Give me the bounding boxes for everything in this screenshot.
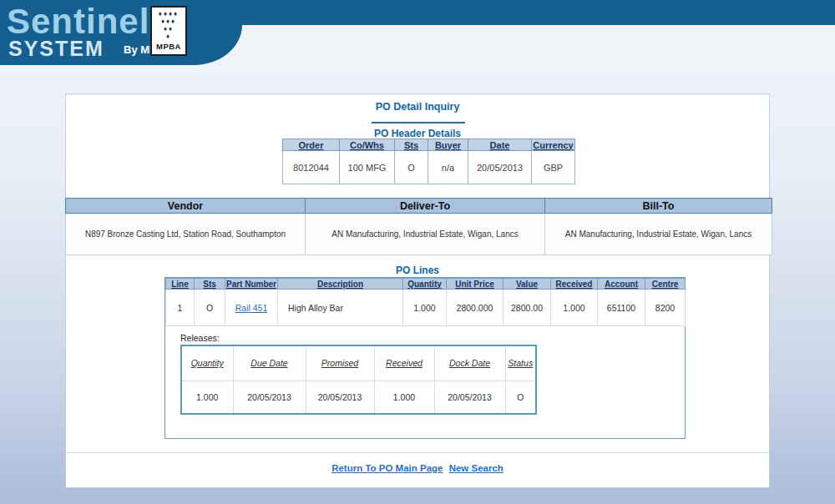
diamond-row: ♦♦♦♦ — [152, 10, 185, 18]
co-whs-value: 100 MFG — [340, 151, 395, 184]
line-quantity: 1.000 — [403, 290, 447, 326]
release-due-date: 20/05/2013 — [233, 381, 306, 414]
banner-curve — [194, 25, 242, 65]
title-divider — [372, 122, 465, 123]
col-due-date[interactable]: Due Date — [233, 345, 306, 381]
release-dock-date: 20/05/2013 — [434, 381, 505, 414]
deliver-to-address: AN Manufacturing, Industrial Estate, Wig… — [306, 214, 545, 255]
logo-block: Sentinel SYSTEM By MPBA ♦♦♦♦ ♦♦♦ ♦♦ ♦ MP… — [0, 0, 194, 65]
po-lines-table: Line Sts Part Number Description Quantit… — [165, 278, 686, 326]
addresses-table: Vendor Deliver-To Bill-To N897 Bronze Ca… — [65, 198, 772, 255]
col-promised[interactable]: Promised — [306, 345, 374, 381]
po-lines-columns-row: Line Sts Part Number Description Quantit… — [166, 279, 686, 290]
part-number-cell: Rail 451 — [225, 290, 278, 326]
line-unit-price: 2800.000 — [447, 290, 504, 326]
line-value: 2800.00 — [504, 290, 551, 326]
po-lines-panel: Line Sts Part Number Description Quantit… — [164, 277, 686, 439]
releases-table: Quantity Due Date Promised Received Dock… — [180, 345, 537, 415]
release-promised: 20/05/2013 — [306, 381, 374, 414]
release-status: O — [505, 381, 536, 414]
col-vendor: Vendor — [66, 199, 306, 214]
col-bill-to: Bill-To — [545, 199, 772, 214]
col-quantity[interactable]: Quantity — [403, 279, 447, 290]
releases-label: Releases: — [180, 333, 220, 343]
bill-to-address: AN Manufacturing, Industrial Estate, Wig… — [545, 214, 772, 255]
col-rel-quantity[interactable]: Quantity — [181, 345, 233, 381]
releases-columns-row: Quantity Due Date Promised Received Dock… — [181, 345, 536, 381]
col-dock-date[interactable]: Dock Date — [434, 345, 505, 381]
currency-value: GBP — [532, 151, 575, 184]
diamond-row: ♦♦♦ — [152, 18, 185, 25]
release-received: 1.000 — [374, 381, 434, 414]
content-panel: PO Detail Inquiry PO Header Details Orde… — [65, 93, 770, 488]
col-currency[interactable]: Currency — [532, 139, 575, 151]
col-received[interactable]: Received — [551, 279, 598, 290]
col-buyer[interactable]: Buyer — [428, 139, 468, 151]
buyer-value: n/a — [428, 151, 468, 184]
logo-title: Sentinel — [7, 2, 149, 42]
col-date[interactable]: Date — [468, 139, 532, 151]
line-received: 1.000 — [551, 290, 598, 326]
col-sts[interactable]: Sts — [395, 139, 428, 151]
date-value: 20/05/2013 — [468, 151, 532, 184]
release-row: 1.000 20/05/2013 20/05/2013 1.000 20/05/… — [181, 381, 536, 414]
line-account: 651100 — [598, 290, 645, 326]
footer-links: Return To PO Main Page New Search — [66, 463, 769, 473]
po-header-data-row: 8012044 100 MFG O n/a 20/05/2013 GBP — [283, 151, 575, 184]
release-quantity: 1.000 — [181, 381, 233, 414]
col-rel-received[interactable]: Received — [374, 345, 434, 381]
col-unit-price[interactable]: Unit Price — [447, 279, 504, 290]
col-part-number[interactable]: Part Number — [225, 279, 278, 290]
diamond-row: ♦♦ — [152, 25, 185, 33]
new-search-link[interactable]: New Search — [449, 463, 504, 473]
col-co-whs[interactable]: Co/Whs — [340, 139, 395, 151]
mpba-diamond-icon: ♦♦♦♦ ♦♦♦ ♦♦ ♦ — [152, 10, 185, 40]
col-line[interactable]: Line — [166, 279, 195, 290]
logo-subtitle: SYSTEM — [8, 37, 104, 61]
addresses-columns-row: Vendor Deliver-To Bill-To — [66, 199, 772, 214]
mpba-logo-badge: ♦♦♦♦ ♦♦♦ ♦♦ ♦ MPBA — [150, 6, 187, 56]
col-order[interactable]: Order — [283, 139, 340, 151]
col-centre[interactable]: Centre — [645, 279, 686, 290]
col-deliver-to: Deliver-To — [306, 199, 545, 214]
col-line-sts[interactable]: Sts — [195, 279, 225, 290]
col-value[interactable]: Value — [504, 279, 551, 290]
po-line-row: 1 O Rail 451 High Alloy Bar 1.000 2800.0… — [166, 290, 686, 326]
sts-value: O — [395, 151, 428, 184]
col-description[interactable]: Description — [278, 279, 403, 290]
po-lines-title: PO Lines — [66, 265, 769, 276]
col-status[interactable]: Status — [505, 345, 536, 381]
line-number: 1 — [166, 290, 195, 326]
po-header-table: Order Co/Whs Sts Buyer Date Currency 801… — [282, 139, 575, 184]
line-sts: O — [195, 290, 225, 326]
po-header-columns-row: Order Co/Whs Sts Buyer Date Currency — [283, 139, 575, 151]
part-number-link[interactable]: Rail 451 — [235, 303, 268, 313]
order-value: 8012044 — [283, 151, 340, 184]
return-to-po-main-page-link[interactable]: Return To PO Main Page — [331, 463, 443, 473]
badge-label: MPBA — [152, 42, 185, 51]
footer-divider — [66, 452, 769, 453]
line-description: High Alloy Bar — [278, 290, 403, 326]
line-centre: 8200 — [645, 290, 686, 326]
col-account[interactable]: Account — [598, 279, 645, 290]
page-title: PO Detail Inquiry — [66, 101, 769, 113]
addresses-data-row: N897 Bronze Casting Ltd, Station Road, S… — [66, 214, 772, 255]
vendor-address: N897 Bronze Casting Ltd, Station Road, S… — [66, 214, 306, 255]
diamond-row: ♦ — [152, 33, 185, 40]
po-header-details-title: PO Header Details — [66, 128, 769, 139]
